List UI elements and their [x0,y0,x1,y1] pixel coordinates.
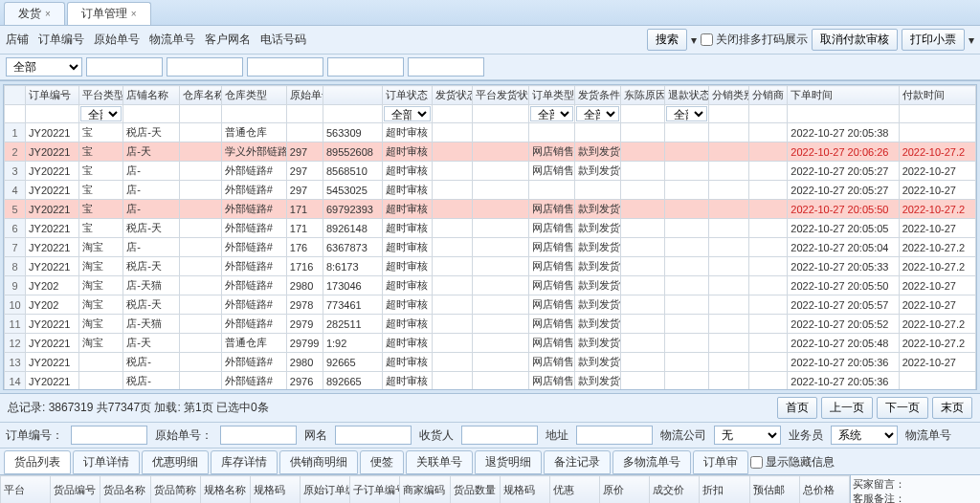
col-filter[interactable]: 全部 [384,106,431,121]
first-page-button[interactable]: 首页 [777,397,817,419]
cell [709,181,749,200]
bf-logico-combo[interactable]: 无 [714,426,781,445]
col-header[interactable]: 退款状态 [664,86,708,105]
sub-col-header[interactable]: 货品名称 [100,476,150,504]
table-row[interactable]: 2JY20221宝店-天学义外部链路#29789552608超时审核网店销售款到… [5,142,976,162]
col-header[interactable]: 店铺名称 [123,86,179,105]
sub-col-header[interactable]: 成交价 [650,476,700,504]
sub-tab[interactable]: 库存详情 [211,450,278,474]
col-header[interactable]: 原始单号 [286,86,323,105]
close-scan-input[interactable] [701,33,713,46]
col-header[interactable]: 下单时间 [788,86,899,105]
sub-tab[interactable]: 退货明细 [475,450,542,474]
close-icon[interactable]: × [45,9,51,19]
sub-col-header[interactable]: 规格码 [500,476,549,504]
phone-input[interactable] [408,57,484,77]
sub-tab[interactable]: 供销商明细 [279,450,358,474]
cancel-audit-button[interactable]: 取消付款审核 [812,29,898,51]
table-row[interactable]: 13JY20221税店-外部链路#298092665超时审核网店销售款到发货20… [5,353,976,372]
prev-page-button[interactable]: 上一页 [821,397,873,419]
close-icon[interactable]: × [131,9,137,19]
sub-tab[interactable]: 备注记录 [544,450,611,474]
col-header[interactable]: 订单类型 [528,86,574,105]
col-header[interactable]: 发货条件 [574,86,620,105]
cust-input[interactable] [327,57,404,77]
sub-tab[interactable]: 订单详情 [73,450,140,474]
close-scan-checkbox[interactable]: 关闭排多打码展示 [701,32,808,48]
sub-col-header[interactable]: 优惠 [549,476,599,504]
bf-net-input[interactable] [335,426,412,445]
show-hidden-checkbox[interactable]: 显示隐藏信息 [750,454,835,470]
table-row[interactable]: 12JY20221淘宝店-天普通仓库297991:92超时审核网店销售款到发货2… [5,334,976,353]
sub-col-header[interactable]: 商家编码 [400,476,450,504]
col-header[interactable]: 订单状态 [383,86,433,105]
bf-orig-input[interactable] [220,426,297,445]
col-header[interactable]: 订单编号 [26,86,79,105]
cell: 773461 [323,295,382,315]
table-row[interactable]: 6JY20221宝税店-天外部链路#1718926148超时审核网店销售款到发货… [5,219,976,238]
sub-col-header[interactable]: 原始订单编号 [301,476,350,504]
table-row[interactable]: 11JY20221淘宝店-天猫外部链路#2979282511超时审核网店销售款到… [5,315,976,334]
bf-order-input[interactable] [71,426,147,445]
col-header[interactable]: 分销类别 [709,86,749,105]
print-button[interactable]: 打印小票 [902,29,965,51]
cell: 宝 [79,219,123,238]
last-page-button[interactable]: 末页 [932,397,972,419]
col-header[interactable]: 发货状态 [433,86,473,105]
sub-col-header[interactable]: 货品数量 [450,476,500,504]
sub-tab[interactable]: 多物流单号 [612,450,691,474]
cell: JY20221 [26,162,79,181]
sub-col-header[interactable]: 货品编号 [51,476,100,504]
tab-shipping[interactable]: 发货× [4,2,65,25]
show-hidden-input[interactable] [750,456,763,469]
sub-col-header[interactable]: 规格名称 [200,476,250,504]
sub-col-header[interactable]: 折扣 [700,476,749,504]
tab-order-mgmt[interactable]: 订单管理× [67,2,151,25]
table-row[interactable]: 9JY202淘宝店-天猫外部链路#2980173046超时审核网店销售款到发货2… [5,276,976,295]
col-filter[interactable]: 全部 [576,106,619,121]
bf-biz-combo[interactable]: 系统 [831,426,898,445]
sub-tab[interactable]: 便签 [360,450,404,474]
sub-col-header[interactable]: 子订单编号 [350,476,400,504]
table-row[interactable]: 8JY20221淘宝税店-天外部链路#17168:6173超时审核网店销售款到发… [5,257,976,276]
col-header[interactable]: 付款时间 [899,86,975,105]
sub-col-header[interactable]: 规格码 [250,476,300,504]
cell [709,257,749,276]
col-header[interactable]: 仓库名称 [179,86,221,105]
sub-col-header[interactable]: 总价格 [799,476,849,504]
bf-recv-input[interactable] [461,426,538,445]
order-input[interactable] [86,57,163,77]
col-filter[interactable]: 全部 [530,106,573,121]
sub-col-header[interactable]: 预估邮 [749,476,799,504]
col-header[interactable]: 仓库类型 [221,86,286,105]
col-header[interactable]: 平台类型 [79,86,123,105]
orig-input[interactable] [167,57,243,77]
search-button[interactable]: 搜索 [647,29,687,51]
col-filter[interactable]: 全部 [80,106,122,121]
bf-addr-input[interactable] [576,426,653,445]
sub-tab[interactable]: 货品列表 [4,450,71,474]
sub-col-header[interactable]: 原价 [600,476,650,504]
col-header[interactable]: 平台发货状态 [473,86,528,105]
table-row[interactable]: 14JY20221税店-外部链路#2976892665超时审核网店销售款到发货2… [5,372,976,391]
next-page-button[interactable]: 下一页 [877,397,928,419]
sub-tab[interactable]: 优惠明细 [142,450,209,474]
col-header[interactable] [323,86,382,105]
table-row[interactable]: 5JY20221宝店-外部链路#17169792393超时审核网店销售款到发货2… [5,200,976,219]
col-header[interactable]: 东陈原因 [620,86,664,105]
table-row[interactable]: 1JY20221宝税店-天普通仓库563309超时审核2022-10-27 20… [5,123,976,142]
table-row[interactable]: 7JY20221淘宝店-外部链路#1766367873超时审核网店销售款到发货2… [5,238,976,257]
col-header[interactable]: 分销商 [749,86,788,105]
sub-tab[interactable]: 订单审 [693,450,748,474]
store-combo[interactable]: 全部 [6,57,82,77]
table-row[interactable]: 10JY202淘宝税店-天外部链路#2978773461超时审核网店销售款到发货… [5,295,976,315]
sub-col-header[interactable]: 平台 [1,476,51,504]
col-filter[interactable]: 全部 [666,106,707,121]
sub-tab[interactable]: 关联单号 [406,450,473,474]
table-row[interactable]: 3JY20221宝店-外部链路#2978568510超时审核网店销售款到发货20… [5,162,976,181]
cell: 网店销售 [528,219,574,238]
sub-col-header[interactable]: 货品简称 [150,476,200,504]
cell [749,276,788,295]
table-row[interactable]: 4JY20221宝店-外部链路#2975453025超时审核2022-10-27… [5,181,976,200]
logi-input[interactable] [247,57,323,77]
